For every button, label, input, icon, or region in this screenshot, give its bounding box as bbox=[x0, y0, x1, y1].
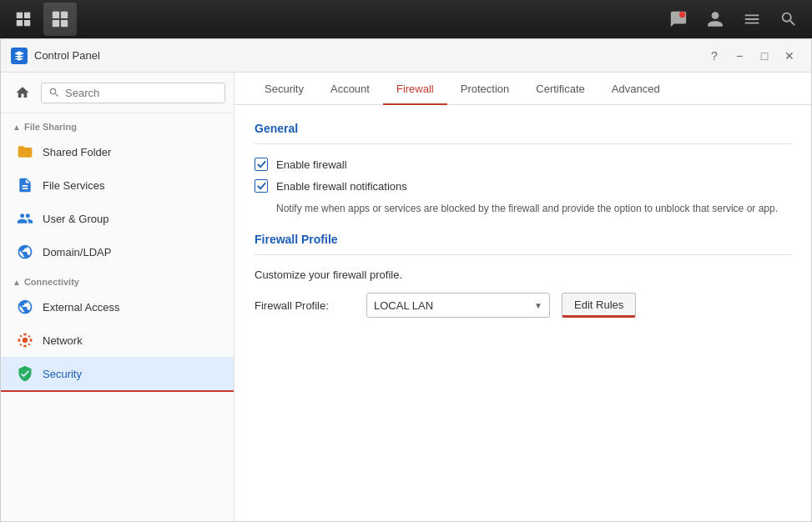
connectivity-label: Connectivity bbox=[24, 277, 79, 287]
firewall-profile-value: LOCAL LAN bbox=[374, 299, 433, 312]
svg-rect-2 bbox=[53, 20, 59, 27]
general-divider bbox=[255, 143, 791, 144]
tab-firewall-content: General Enable firewall bbox=[235, 105, 811, 521]
file-sharing-label: File Sharing bbox=[24, 122, 77, 132]
general-section-title: General bbox=[255, 122, 791, 135]
user-group-label: User & Group bbox=[43, 213, 222, 225]
content-area: Security Account Firewall Protection Cer… bbox=[235, 73, 811, 521]
svg-rect-3 bbox=[61, 20, 68, 27]
sidebar-item-user-group[interactable]: User & Group bbox=[1, 202, 234, 235]
taskbar-right bbox=[662, 3, 805, 36]
tab-account[interactable]: Account bbox=[317, 73, 383, 105]
sidebar-item-external-access[interactable]: External Access bbox=[1, 290, 234, 324]
search-icon bbox=[48, 87, 60, 98]
firewall-profile-row: Firewall Profile: LOCAL LAN ▼ Edit Rules bbox=[255, 293, 791, 318]
home-button[interactable] bbox=[9, 79, 36, 106]
user-group-icon bbox=[16, 209, 34, 228]
domain-icon bbox=[16, 243, 34, 261]
firewall-profile-label: Firewall Profile: bbox=[255, 299, 355, 312]
chat-taskbar-icon[interactable] bbox=[662, 3, 695, 36]
firewall-profile-title: Firewall Profile bbox=[255, 233, 791, 246]
svg-point-4 bbox=[679, 12, 685, 18]
enable-firewall-checkbox[interactable] bbox=[255, 158, 268, 171]
sidebar-item-domain[interactable]: Domain/LDAP bbox=[1, 235, 234, 269]
window-body: ▲ File Sharing Shared Folder File Servic… bbox=[1, 73, 811, 521]
edit-rules-button[interactable]: Edit Rules bbox=[562, 293, 636, 318]
security-label: Security bbox=[43, 368, 222, 380]
help-button[interactable]: ? bbox=[703, 44, 726, 68]
firewall-profile-select[interactable]: LOCAL LAN ▼ bbox=[366, 293, 550, 318]
external-access-icon bbox=[16, 298, 34, 316]
taskbar bbox=[0, 0, 812, 38]
sidebar: ▲ File Sharing Shared Folder File Servic… bbox=[1, 73, 235, 521]
sidebar-item-network[interactable]: Network bbox=[1, 324, 234, 357]
network-label: Network bbox=[43, 334, 222, 347]
control-panel-window: Control Panel ? − □ ✕ ▲ File Sha bbox=[0, 38, 812, 522]
firewall-profile-section: Firewall Profile Customize your firewall… bbox=[255, 233, 791, 318]
tab-security[interactable]: Security bbox=[251, 73, 317, 105]
menu-taskbar-icon[interactable] bbox=[735, 3, 769, 36]
file-services-label: File Services bbox=[43, 179, 222, 192]
minimize-button[interactable]: − bbox=[728, 44, 751, 68]
sidebar-item-shared-folder[interactable]: Shared Folder bbox=[1, 135, 234, 168]
file-sharing-section: ▲ File Sharing bbox=[1, 113, 234, 135]
tab-advanced[interactable]: Advanced bbox=[598, 73, 673, 105]
tab-firewall[interactable]: Firewall bbox=[383, 73, 447, 105]
connectivity-section: ▲ Connectivity bbox=[1, 269, 234, 290]
svg-rect-0 bbox=[53, 12, 59, 18]
network-icon bbox=[16, 331, 34, 349]
domain-label: Domain/LDAP bbox=[43, 246, 222, 258]
notification-description: Notify me when apps or services are bloc… bbox=[276, 201, 791, 216]
security-icon bbox=[16, 364, 34, 383]
user-taskbar-icon[interactable] bbox=[699, 3, 732, 36]
search-box bbox=[41, 83, 225, 103]
maximize-button[interactable]: □ bbox=[753, 44, 776, 68]
folder-icon bbox=[16, 143, 34, 161]
enable-firewall-label: Enable firewall bbox=[276, 158, 347, 171]
file-services-icon bbox=[16, 176, 34, 194]
sidebar-item-security[interactable]: Security bbox=[1, 357, 234, 392]
tabs-bar: Security Account Firewall Protection Cer… bbox=[235, 73, 811, 105]
shared-folder-label: Shared Folder bbox=[43, 146, 222, 158]
enable-notifications-row: Enable firewall notifications bbox=[255, 179, 791, 193]
window-title: Control Panel bbox=[34, 49, 100, 62]
window-controls: ? − □ ✕ bbox=[703, 44, 801, 68]
file-sharing-caret: ▲ bbox=[13, 123, 21, 132]
enable-notifications-label: Enable firewall notifications bbox=[276, 180, 407, 193]
customize-text: Customize your firewall profile. bbox=[255, 269, 791, 281]
dropdown-arrow-icon: ▼ bbox=[534, 301, 542, 310]
enable-firewall-row: Enable firewall bbox=[255, 158, 791, 171]
sidebar-item-file-services[interactable]: File Services bbox=[1, 168, 234, 202]
enable-notifications-checkbox[interactable] bbox=[255, 179, 268, 193]
firewall-profile-divider bbox=[255, 254, 791, 255]
grid-taskbar-icon[interactable] bbox=[7, 3, 40, 36]
close-button[interactable]: ✕ bbox=[778, 44, 801, 68]
panel-taskbar-icon[interactable] bbox=[43, 3, 77, 36]
sidebar-search-row bbox=[1, 73, 234, 113]
tab-protection[interactable]: Protection bbox=[447, 73, 523, 105]
svg-rect-1 bbox=[61, 12, 68, 18]
search-taskbar-icon[interactable] bbox=[772, 3, 805, 36]
connectivity-caret: ▲ bbox=[13, 278, 21, 287]
search-input[interactable] bbox=[65, 87, 218, 99]
titlebar: Control Panel ? − □ ✕ bbox=[1, 39, 811, 73]
window-app-icon bbox=[11, 48, 28, 64]
tab-certificate[interactable]: Certificate bbox=[522, 73, 598, 105]
external-access-label: External Access bbox=[43, 301, 222, 314]
